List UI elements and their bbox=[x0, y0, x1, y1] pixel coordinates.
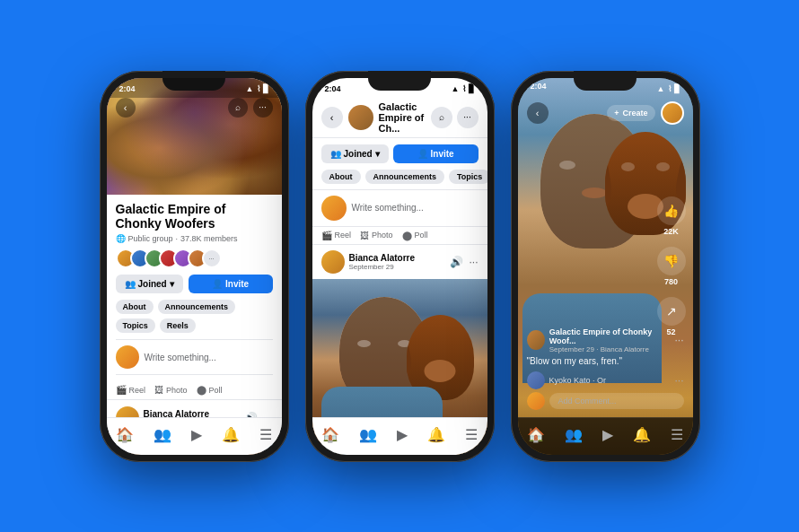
write-box-left: Write something... bbox=[116, 339, 273, 375]
tab-reels-left[interactable]: Reels bbox=[160, 318, 196, 333]
chevron-icon-center: ▾ bbox=[375, 149, 380, 159]
post-avatar-center bbox=[321, 250, 345, 274]
globe-icon-left: 🌐 bbox=[116, 234, 126, 243]
nav-watch-left[interactable]: ▶ bbox=[191, 426, 202, 443]
time-right: 2:04 bbox=[531, 82, 547, 96]
dislike-icon-right: 👎 bbox=[657, 247, 686, 275]
reel-icon: 🎬 bbox=[116, 385, 127, 395]
comment-input-right[interactable]: Add Comment... bbox=[549, 393, 684, 409]
speaker-icon-center[interactable]: 🔊 bbox=[450, 256, 463, 268]
group-line-right: Galactic Empire of Chonky Woof... Septem… bbox=[527, 327, 684, 353]
photo-action-left[interactable]: 🖼 Photo bbox=[154, 385, 188, 395]
back-button-center[interactable]: ‹ bbox=[321, 107, 343, 128]
group-avatar-right bbox=[527, 330, 545, 350]
search-button-center[interactable]: ⌕ bbox=[431, 107, 452, 128]
poll-action-left[interactable]: ⬤ Poll bbox=[197, 385, 223, 395]
member-avatar-more: ··· bbox=[202, 249, 222, 268]
phone-left: 2:04 ▲ ⌇ ▊ ‹ ⌕ ··· bbox=[100, 71, 289, 462]
nav-notifications-left[interactable]: 🔔 bbox=[222, 426, 240, 443]
more-post-icon-center[interactable]: ··· bbox=[469, 256, 478, 268]
reel-action-center[interactable]: 🎬 Reel bbox=[321, 231, 352, 240]
user-avatar-center bbox=[321, 196, 347, 221]
more-icon-right[interactable]: ··· bbox=[674, 334, 683, 346]
share-icon-right: ↗ bbox=[657, 297, 686, 326]
side-actions-right: 👍 22K 👎 780 ↗ 52 bbox=[657, 196, 686, 336]
joined-icon: 👥 bbox=[125, 279, 136, 289]
nav-home-center[interactable]: 🏠 bbox=[321, 426, 339, 443]
nav-menu-center[interactable]: ☰ bbox=[465, 426, 478, 443]
group-name-center: Galactic Empire of Ch... bbox=[379, 101, 426, 134]
top-bar-right: ‹ + Create bbox=[518, 98, 693, 128]
like-action-right[interactable]: 👍 22K bbox=[657, 196, 686, 236]
more-button-center[interactable]: ··· bbox=[457, 107, 479, 128]
poll-icon: ⬤ bbox=[197, 385, 206, 395]
post-header-center: Bianca Alatorre September 29 🔊 ··· bbox=[312, 245, 487, 279]
action-buttons-left: 👥 Joined ▾ 👤 Invite bbox=[116, 275, 273, 293]
group-info-left: Galactic Empire of Chonky Woofers 🌐 Publ… bbox=[107, 195, 282, 400]
nav-home-left[interactable]: 🏠 bbox=[116, 426, 134, 443]
search-button-left[interactable]: ⌕ bbox=[228, 98, 248, 118]
like-icon-right: 👍 bbox=[657, 196, 686, 225]
joined-button-left[interactable]: 👥 Joined ▾ bbox=[116, 275, 183, 293]
invite-button-center[interactable]: 👤 Invite bbox=[393, 144, 479, 163]
chevron-icon: ▾ bbox=[170, 279, 174, 289]
back-button-right[interactable]: ‹ bbox=[527, 102, 549, 124]
group-meta-left: 🌐 Public group · 37.8K members bbox=[116, 234, 273, 243]
time-center: 2:04 bbox=[325, 84, 341, 93]
comment-box-right: Add Comment... bbox=[527, 392, 684, 410]
filter-tabs-left: About Announcements Topics Reels bbox=[116, 300, 273, 333]
bottom-nav-right: 🏠 👥 ▶ 🔔 ☰ bbox=[518, 417, 693, 455]
write-box-center: Write something... bbox=[312, 189, 487, 227]
nav-watch-right[interactable]: ▶ bbox=[602, 426, 613, 443]
phone-right: 2:04 ▲ ⌇ ▊ ‹ + Create bbox=[511, 71, 700, 462]
more-button-left[interactable]: ··· bbox=[253, 98, 273, 118]
write-placeholder-left[interactable]: Write something... bbox=[145, 353, 216, 362]
tab-about-center[interactable]: About bbox=[321, 170, 361, 184]
more-comment-icon-right[interactable]: ··· bbox=[674, 374, 683, 387]
bottom-info-right: Galactic Empire of Chonky Woof... Septem… bbox=[518, 327, 693, 417]
quote-right: "Blow on my ears, fren." bbox=[527, 356, 684, 366]
poll-action-center[interactable]: ⬤ Poll bbox=[402, 231, 428, 240]
phone-center: 2:04 ▲ ⌇ ▊ ‹ Galactic Empire of Ch... ⌕ … bbox=[305, 71, 495, 462]
group-name-left: Galactic Empire of Chonky Woofers bbox=[116, 202, 273, 232]
write-placeholder-center[interactable]: Write something... bbox=[352, 203, 424, 213]
nav-watch-center[interactable]: ▶ bbox=[397, 426, 408, 443]
photo-icon: 🖼 bbox=[154, 385, 163, 395]
invite-button-left[interactable]: 👤 Invite bbox=[189, 275, 273, 293]
tab-about-left[interactable]: About bbox=[116, 300, 154, 314]
tab-announcements-center[interactable]: Announcements bbox=[365, 170, 445, 184]
user-avatar-left bbox=[116, 345, 139, 369]
comment-user-right: Kyoko Kato · Or ··· bbox=[527, 371, 684, 389]
nav-notifications-right[interactable]: 🔔 bbox=[633, 426, 651, 443]
nav-menu-right[interactable]: ☰ bbox=[671, 426, 683, 443]
nav-notifications-center[interactable]: 🔔 bbox=[427, 426, 445, 443]
invite-icon-center: 👤 bbox=[417, 149, 428, 159]
nav-groups-center[interactable]: 👥 bbox=[359, 426, 377, 443]
nav-groups-left[interactable]: 👥 bbox=[154, 426, 171, 443]
reel-action-left[interactable]: 🎬 Reel bbox=[116, 385, 146, 395]
bottom-nav-left: 🏠 👥 ▶ 🔔 ☰ bbox=[107, 417, 282, 455]
nav-groups-right[interactable]: 👥 bbox=[565, 426, 583, 443]
tab-topics-left[interactable]: Topics bbox=[116, 318, 155, 333]
filter-tabs-center: About Announcements Topics Reels bbox=[312, 170, 487, 189]
post-author-center: Bianca Alatorre September 29 bbox=[321, 250, 416, 274]
commenter-avatar-right bbox=[527, 371, 545, 389]
bottom-nav-center: 🏠 👥 ▶ 🔔 ☰ bbox=[312, 417, 487, 455]
nav-menu-left[interactable]: ☰ bbox=[259, 426, 272, 443]
joined-button-center[interactable]: 👥 Joined ▾ bbox=[321, 144, 389, 163]
post-actions-left: 🎬 Reel 🖼 Photo ⬤ Poll bbox=[116, 380, 273, 399]
post-meta-right: September 29 · Bianca Alatorre bbox=[549, 345, 671, 353]
create-button-right[interactable]: + Create bbox=[607, 105, 654, 121]
video-background-right: 2:04 ▲ ⌇ ▊ ‹ + Create bbox=[518, 78, 693, 455]
plus-icon-right: + bbox=[614, 109, 619, 118]
tab-announcements-left[interactable]: Announcements bbox=[158, 300, 236, 314]
nav-home-right[interactable]: 🏠 bbox=[527, 426, 545, 443]
dislike-action-right[interactable]: 👎 780 bbox=[657, 247, 686, 286]
commenter-self-avatar-right bbox=[527, 392, 545, 410]
action-buttons-center: 👥 Joined ▾ 👤 Invite bbox=[312, 138, 487, 170]
tab-topics-center[interactable]: Topics bbox=[449, 170, 487, 184]
status-bar-right: 2:04 ▲ ⌇ ▊ bbox=[518, 78, 693, 98]
back-button-left[interactable]: ‹ bbox=[116, 98, 136, 118]
invite-icon: 👤 bbox=[212, 279, 223, 289]
photo-action-center[interactable]: 🖼 Photo bbox=[360, 231, 393, 240]
